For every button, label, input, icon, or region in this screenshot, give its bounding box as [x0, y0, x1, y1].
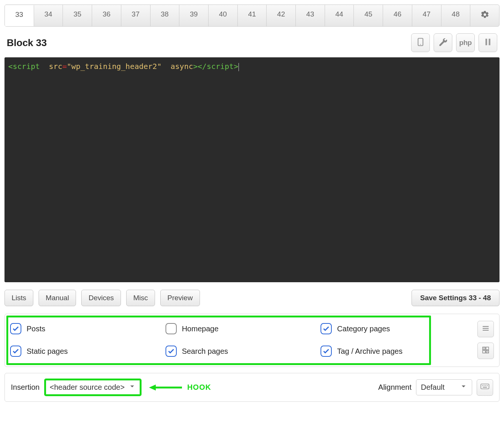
- hook-annotation: HOOK: [149, 383, 211, 392]
- block-title: Block 33: [7, 37, 47, 49]
- tab-45[interactable]: 45: [354, 5, 383, 26]
- preview-button[interactable]: Preview: [160, 290, 200, 306]
- list-lines-icon: [481, 324, 490, 335]
- block-header: Block 33 php: [7, 33, 497, 52]
- svg-rect-8: [486, 347, 489, 350]
- svg-rect-2: [486, 39, 487, 45]
- label-category: Category pages: [337, 325, 390, 333]
- svg-marker-16: [149, 385, 156, 391]
- check-tag: Tag / Archive pages: [321, 346, 468, 357]
- devices-button[interactable]: Devices: [81, 290, 121, 306]
- svg-rect-21: [487, 385, 488, 386]
- tab-41[interactable]: 41: [238, 5, 267, 26]
- tab-48[interactable]: 48: [441, 5, 471, 26]
- action-button-row: Lists Manual Devices Misc Preview Save S…: [4, 290, 500, 306]
- check-static: Static pages: [10, 346, 158, 357]
- manual-button[interactable]: Manual: [39, 290, 76, 306]
- page-types-grid: Posts Homepage Category pages Static pag…: [10, 323, 468, 357]
- code-editor[interactable]: <script src="wp_training_header2" async>…: [4, 57, 500, 282]
- block-tabs: 33 34 35 36 37 38 39 40 41 42 43 44 45 4…: [4, 4, 500, 27]
- wrench-icon: [438, 37, 448, 49]
- code-close-tag: </script>: [198, 62, 238, 71]
- chevron-down-icon: [460, 383, 467, 392]
- gear-icon: [480, 10, 489, 21]
- label-static: Static pages: [27, 347, 68, 356]
- tab-settings[interactable]: [470, 5, 499, 26]
- tab-43[interactable]: 43: [296, 5, 325, 26]
- php-label: php: [459, 39, 471, 47]
- keyboard-button[interactable]: [477, 379, 493, 396]
- svg-rect-17: [481, 384, 489, 389]
- insertion-dropdown[interactable]: <header source code>: [44, 379, 142, 396]
- misc-button[interactable]: Misc: [126, 290, 155, 306]
- code-eq: =: [63, 62, 67, 71]
- svg-rect-9: [483, 350, 485, 353]
- checkbox-category[interactable]: [321, 323, 332, 334]
- code-src-value: "wp_training_header2": [67, 62, 162, 71]
- pause-icon: [483, 37, 493, 49]
- svg-rect-18: [482, 385, 483, 386]
- tab-34[interactable]: 34: [34, 5, 63, 26]
- code-open-tag: <script: [8, 62, 40, 71]
- page-types-panel: Posts Homepage Category pages Static pag…: [4, 314, 500, 367]
- tab-37[interactable]: 37: [121, 5, 151, 26]
- label-tag: Tag / Archive pages: [337, 347, 403, 356]
- php-button[interactable]: php: [456, 33, 475, 52]
- tool-buttons: php: [411, 33, 497, 52]
- panel-side-icons: [477, 321, 494, 359]
- keyboard-icon: [480, 382, 490, 393]
- grid-squares-icon: [481, 346, 490, 356]
- alignment-dropdown[interactable]: Default: [416, 379, 472, 395]
- arrow-icon: [149, 383, 183, 392]
- tablet-icon: [416, 37, 425, 49]
- pause-button[interactable]: [479, 33, 497, 52]
- svg-rect-3: [489, 39, 490, 45]
- svg-rect-19: [484, 385, 485, 386]
- checkbox-homepage[interactable]: [166, 323, 177, 334]
- tab-36[interactable]: 36: [92, 5, 121, 26]
- check-homepage: Homepage: [166, 323, 313, 334]
- checkbox-search[interactable]: [166, 346, 177, 357]
- alignment-value: Default: [421, 383, 444, 392]
- svg-point-1: [420, 44, 421, 45]
- insertion-label: Insertion: [11, 383, 40, 392]
- checkbox-static[interactable]: [10, 346, 21, 357]
- insertion-value: <header source code>: [50, 383, 125, 392]
- tab-35[interactable]: 35: [63, 5, 92, 26]
- tab-39[interactable]: 39: [179, 5, 209, 26]
- code-attr-src: src: [49, 62, 62, 71]
- check-category: Category pages: [321, 323, 468, 334]
- device-button[interactable]: [411, 33, 430, 52]
- svg-rect-20: [485, 385, 486, 386]
- checkbox-posts[interactable]: [10, 323, 21, 334]
- tab-40[interactable]: 40: [209, 5, 238, 26]
- tab-42[interactable]: 42: [267, 5, 296, 26]
- label-posts: Posts: [27, 325, 45, 333]
- tools-button[interactable]: [434, 33, 452, 52]
- tab-33[interactable]: 33: [5, 5, 34, 27]
- tab-46[interactable]: 46: [383, 5, 412, 26]
- alignment-segment: Alignment Default: [378, 379, 493, 396]
- tab-44[interactable]: 44: [325, 5, 354, 26]
- lists-button[interactable]: Lists: [4, 290, 33, 306]
- grid-view-button[interactable]: [477, 343, 494, 359]
- check-posts: Posts: [10, 323, 158, 334]
- chevron-down-icon: [128, 383, 136, 392]
- list-view-button[interactable]: [477, 321, 494, 337]
- label-search: Search pages: [182, 347, 228, 356]
- insertion-panel: Insertion <header source code> HOOK Alig…: [4, 373, 500, 402]
- tab-47[interactable]: 47: [412, 5, 441, 26]
- check-search: Search pages: [166, 346, 313, 357]
- save-settings-button[interactable]: Save Settings 33 - 48: [412, 290, 500, 306]
- label-homepage: Homepage: [182, 325, 219, 333]
- hook-label: HOOK: [187, 383, 211, 392]
- svg-rect-22: [483, 387, 487, 388]
- code-attr-async: async: [171, 62, 193, 71]
- alignment-label: Alignment: [378, 383, 412, 392]
- checkbox-tag[interactable]: [321, 346, 332, 357]
- tab-38[interactable]: 38: [151, 5, 180, 26]
- code-close-open: >: [193, 62, 198, 71]
- editor-cursor: [239, 63, 239, 71]
